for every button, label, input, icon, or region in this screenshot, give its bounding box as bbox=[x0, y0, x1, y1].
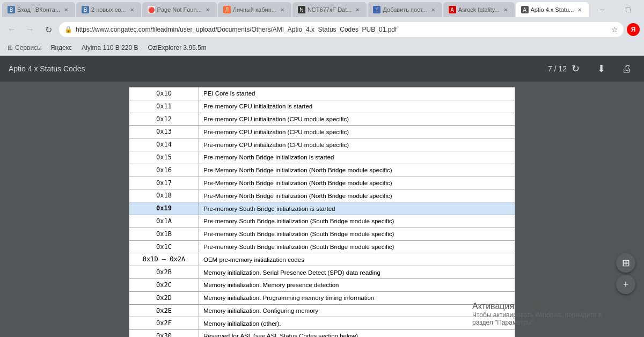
pdf-page-info: 7 / 12 bbox=[548, 64, 567, 73]
tab-tab7[interactable]: A Asrock fatality... ✕ bbox=[443, 2, 515, 17]
reload-button[interactable]: ↻ bbox=[41, 22, 56, 37]
tab-label: Page Not Foun... bbox=[157, 6, 202, 13]
tab-label: Личный кабин... bbox=[233, 6, 276, 13]
tab-favicon: N bbox=[298, 6, 305, 13]
close-tab-icon[interactable]: ✕ bbox=[128, 6, 136, 13]
table-row: 0x1B Pre-memory South Bridge initializat… bbox=[129, 228, 515, 240]
tab-tab1[interactable]: В Вход | ВКонта... ✕ bbox=[2, 2, 75, 17]
status-codes-table: 0x10 PEI Core is started 0x11 Pre-memory… bbox=[129, 87, 515, 337]
table-row: 0x2B Memory initialization. Serial Prese… bbox=[129, 266, 515, 279]
pdf-page: 0x10 PEI Core is started 0x11 Pre-memory… bbox=[129, 87, 515, 332]
status-code: 0x2D bbox=[129, 291, 199, 304]
bookmark-item[interactable]: OziExplorer 3.95.5m bbox=[143, 43, 210, 53]
bookmark-item[interactable]: Aiyima 110 В 220 В bbox=[77, 43, 142, 53]
status-description: Pre-memory South Bridge initialization (… bbox=[199, 240, 515, 253]
address-text: https://www.congatec.com/fileadmin/user_… bbox=[76, 26, 608, 33]
table-row: 0x18 Pre-Memory North Bridge initializat… bbox=[129, 189, 515, 202]
tab-tab5[interactable]: N NCT677xF Dat... ✕ bbox=[292, 2, 367, 17]
tab-label: 2 новых со... bbox=[91, 6, 126, 13]
close-tab-icon[interactable]: ✕ bbox=[62, 6, 70, 13]
tab-tab4[interactable]: Л Личный кабин... ✕ bbox=[218, 2, 291, 17]
pdf-header: Aptio 4.x Status Codes 7 / 12 ↻ ⬇ 🖨 bbox=[0, 56, 644, 82]
yandex-icon[interactable]: Я bbox=[627, 23, 640, 36]
status-description: PEI Core is started bbox=[199, 87, 515, 100]
close-tab-icon[interactable]: ✕ bbox=[204, 6, 211, 13]
activation-subtitle: Чтобы активировать Windows, перейдите в … bbox=[472, 311, 612, 326]
status-description: Memory initialization. Programming memor… bbox=[199, 291, 515, 304]
bookmarks-bar: ⊞ Сервисы ЯндексAiyima 110 В 220 ВOziExp… bbox=[0, 40, 644, 56]
table-row: 0x13 Pre-memory CPU initialization (CPU … bbox=[129, 126, 515, 138]
status-description: Pre-memory South Bridge initialization i… bbox=[199, 202, 515, 215]
tab-favicon: f bbox=[373, 6, 380, 13]
minimize-button[interactable]: ─ bbox=[590, 2, 614, 17]
activation-watermark: Активация Windows Чтобы активировать Win… bbox=[472, 302, 612, 326]
table-row: 0x15 Pre-memory North Bridge initializat… bbox=[129, 151, 515, 164]
bookmark-star-icon[interactable]: ☆ bbox=[611, 25, 618, 34]
tab-tab8[interactable]: A Aptio 4.x Statu... ✕ bbox=[516, 2, 589, 17]
lock-icon: 🔒 bbox=[64, 26, 72, 33]
status-description: Memory initialization (other). bbox=[199, 317, 515, 330]
status-code: 0x1B bbox=[129, 228, 199, 240]
close-button[interactable]: ✕ bbox=[641, 2, 644, 17]
status-description: Pre-memory South Bridge initialization (… bbox=[199, 228, 515, 240]
pdf-refresh-button[interactable]: ↻ bbox=[567, 60, 584, 77]
table-row: 0x2C Memory initialization. Memory prese… bbox=[129, 279, 515, 291]
table-row: 0x2E Memory initialization. Configuring … bbox=[129, 304, 515, 317]
status-code: 0x16 bbox=[129, 164, 199, 177]
status-code: 0x17 bbox=[129, 177, 199, 189]
zoom-fit-button[interactable]: ⊞ bbox=[616, 253, 635, 273]
status-description: Reserved for ASL (see ASL Status Codes s… bbox=[199, 330, 515, 337]
close-tab-icon[interactable]: ✕ bbox=[502, 6, 509, 13]
zoom-in-button[interactable]: + bbox=[616, 275, 635, 294]
table-row: 0x19 Pre-memory South Bridge initializat… bbox=[129, 202, 515, 215]
status-description: Pre-memory North Bridge initialization i… bbox=[199, 151, 515, 164]
status-description: Pre-memory CPU initialization (CPU modul… bbox=[199, 113, 515, 126]
table-row: 0x1D – 0x2A OEM pre-memory initializatio… bbox=[129, 253, 515, 266]
apps-label: Сервисы bbox=[15, 44, 42, 52]
table-row: 0x16 Pre-Memory North Bridge initializat… bbox=[129, 164, 515, 177]
tab-favicon: Л bbox=[223, 6, 231, 13]
status-code: 0x30 bbox=[129, 330, 199, 337]
address-bar-row: ← → ↻ 🔒 https://www.congatec.com/fileadm… bbox=[0, 19, 644, 40]
tab-label: Вход | ВКонта... bbox=[17, 6, 60, 13]
address-bar[interactable]: 🔒 https://www.congatec.com/fileadmin/use… bbox=[59, 22, 624, 37]
status-description: Pre-memory South Bridge initialization (… bbox=[199, 215, 515, 228]
status-code: 0x1C bbox=[129, 240, 199, 253]
close-tab-icon[interactable]: ✕ bbox=[429, 6, 437, 13]
bookmark-item[interactable]: Яндекс bbox=[46, 43, 76, 53]
status-description: Pre-memory CPU initialization is started bbox=[199, 100, 515, 113]
maximize-button[interactable]: □ bbox=[616, 2, 640, 17]
pdf-print-button[interactable]: 🖨 bbox=[618, 60, 635, 77]
apps-button[interactable]: ⊞ Сервисы bbox=[4, 43, 45, 53]
tab-favicon: В bbox=[82, 6, 89, 13]
status-description: Pre-memory CPU initialization (CPU modul… bbox=[199, 126, 515, 138]
table-row: 0x1C Pre-memory South Bridge initializat… bbox=[129, 240, 515, 253]
tab-favicon: В bbox=[8, 6, 15, 13]
status-code: 0x2F bbox=[129, 317, 199, 330]
status-description: OEM pre-memory initialization codes bbox=[199, 253, 515, 266]
table-row: 0x12 Pre-memory CPU initialization (CPU … bbox=[129, 113, 515, 126]
tab-label: Добавить пост... bbox=[383, 6, 427, 13]
close-tab-icon[interactable]: ✕ bbox=[354, 6, 361, 13]
status-code: 0x11 bbox=[129, 100, 199, 113]
pdf-content-area[interactable]: 0x10 PEI Core is started 0x11 Pre-memory… bbox=[0, 82, 644, 337]
forward-button[interactable]: → bbox=[23, 22, 38, 37]
tab-tab6[interactable]: f Добавить пост... ✕ bbox=[368, 2, 442, 17]
status-code: 0x1A bbox=[129, 215, 199, 228]
status-description: Pre-Memory North Bridge initialization (… bbox=[199, 189, 515, 202]
pdf-tools: ↻ ⬇ 🖨 bbox=[567, 60, 635, 77]
close-tab-icon[interactable]: ✕ bbox=[279, 6, 286, 13]
status-code: 0x15 bbox=[129, 151, 199, 164]
tab-tab2[interactable]: В 2 новых со... ✕ bbox=[76, 2, 141, 17]
tab-favicon: A bbox=[449, 6, 456, 13]
tab-tab3[interactable]: 🔴 Page Not Foun... ✕ bbox=[142, 2, 217, 17]
close-tab-icon[interactable]: ✕ bbox=[576, 6, 583, 13]
table-row: 0x2F Memory initialization (other). bbox=[129, 317, 515, 330]
status-description: Pre-Memory North Bridge initialization (… bbox=[199, 164, 515, 177]
status-code: 0x10 bbox=[129, 87, 199, 100]
tab-label: Aptio 4.x Statu... bbox=[531, 6, 574, 13]
table-row: 0x30 Reserved for ASL (see ASL Status Co… bbox=[129, 330, 515, 337]
status-code: 0x1D – 0x2A bbox=[129, 253, 199, 266]
pdf-download-button[interactable]: ⬇ bbox=[592, 60, 610, 77]
back-button[interactable]: ← bbox=[4, 22, 19, 37]
